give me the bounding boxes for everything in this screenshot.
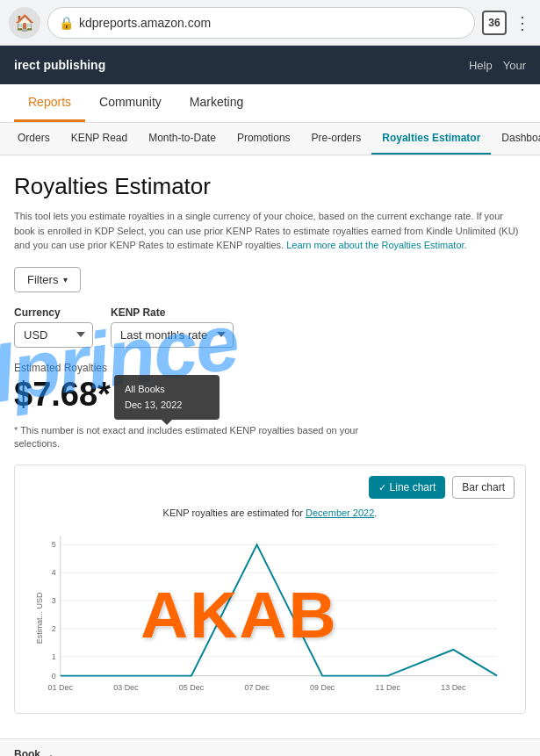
- learn-more-link[interactable]: Learn more about the Royalties Estimator…: [286, 240, 466, 250]
- svg-text:09 Dec: 09 Dec: [310, 683, 335, 692]
- svg-text:5: 5: [52, 541, 56, 550]
- browser-menu-button[interactable]: ⋮: [514, 12, 531, 33]
- book-title-column-header[interactable]: Book Title ⌃: [14, 748, 56, 756]
- chevron-down-icon: ▾: [63, 275, 68, 284]
- selectors-row: Currency USD EUR GBP KENP Rate Last mont…: [14, 306, 526, 348]
- browser-bar: 🏠 🔒 kdpreports.amazon.com 36 ⋮: [0, 0, 540, 46]
- tooltip-popup: All Books Dec 13, 2022: [114, 375, 220, 420]
- currency-select[interactable]: USD EUR GBP: [14, 322, 93, 348]
- currency-label: Currency: [14, 306, 93, 319]
- subtab-kenp-read[interactable]: KENP Read: [61, 123, 138, 155]
- book-title-label: Book Title: [14, 748, 40, 756]
- filters-label: Filters: [27, 273, 58, 286]
- table-footer: Book Title ⌃ Total royalties - USD: [0, 738, 540, 756]
- subtab-royalties-estimator[interactable]: Royalties Estimator: [371, 123, 491, 155]
- svg-text:Estimat... USD: Estimat... USD: [35, 592, 44, 644]
- home-button[interactable]: 🏠: [9, 7, 40, 39]
- tooltip-date: Dec 13, 2022: [125, 398, 209, 414]
- lock-icon: 🔒: [59, 16, 74, 30]
- svg-text:3: 3: [52, 596, 56, 605]
- estimated-royalties-section: Estimated Royalties $7.68*: [14, 362, 526, 414]
- subtab-month-to-date[interactable]: Month-to-Date: [138, 123, 227, 155]
- kenp-rate-select[interactable]: Last month's rate Current rate: [111, 322, 234, 348]
- url-bar[interactable]: 🔒 kdpreports.amazon.com: [47, 7, 475, 39]
- your-account-link[interactable]: Your: [503, 59, 526, 72]
- svg-text:4: 4: [52, 569, 56, 578]
- page-description: This tool lets you estimate royalties in…: [14, 209, 523, 253]
- kenp-rate-selector-group: KENP Rate Last month's rate Current rate: [111, 306, 234, 348]
- tab-marketing[interactable]: Marketing: [176, 84, 257, 122]
- kenp-month-link[interactable]: December 2022: [306, 508, 374, 518]
- chart-section: ✓ Line chart Bar chart KENP royalties ar…: [14, 464, 526, 714]
- tab-community[interactable]: Community: [85, 84, 176, 122]
- filters-button[interactable]: Filters ▾: [14, 267, 81, 292]
- subtab-pre-orders[interactable]: Pre-orders: [301, 123, 372, 155]
- bar-chart-button[interactable]: Bar chart: [452, 476, 515, 499]
- estimated-value: $7.68*: [14, 376, 526, 414]
- kenp-estimate-note: KENP royalties are estimated for Decembe…: [25, 508, 515, 518]
- url-text: kdpreports.amazon.com: [79, 16, 464, 30]
- svg-text:07 Dec: 07 Dec: [244, 683, 270, 692]
- bar-chart-label: Bar chart: [462, 481, 505, 493]
- kdp-topnav: irect publishing Help Your: [0, 46, 540, 84]
- chart-container: Estimat... USD 5 4 3 2 1 0: [25, 527, 515, 702]
- sub-tabs: Orders KENP Read Month-to-Date Promotion…: [0, 123, 540, 155]
- kdp-nav-right: Help Your: [469, 59, 526, 72]
- subtab-dashboard[interactable]: Dashboard: [491, 123, 540, 155]
- chart-toggle-row: ✓ Line chart Bar chart: [25, 476, 515, 499]
- tab-reports[interactable]: Reports: [14, 84, 85, 122]
- svg-text:1: 1: [52, 652, 56, 661]
- tooltip-title: All Books: [125, 382, 209, 398]
- estimated-label: Estimated Royalties: [14, 362, 526, 374]
- line-chart-label: Line chart: [390, 481, 436, 493]
- help-link[interactable]: Help: [469, 59, 493, 72]
- subtab-orders[interactable]: Orders: [7, 123, 61, 155]
- check-icon: ✓: [378, 482, 386, 493]
- svg-text:01 Dec: 01 Dec: [48, 683, 74, 692]
- kenp-rate-label: KENP Rate: [111, 306, 234, 319]
- svg-text:03 Dec: 03 Dec: [113, 683, 139, 692]
- svg-text:11 Dec: 11 Dec: [376, 683, 401, 692]
- kdp-brand-text: irect publishing: [14, 58, 105, 72]
- home-icon: 🏠: [15, 13, 34, 32]
- svg-text:05 Dec: 05 Dec: [179, 683, 205, 692]
- svg-text:13 Dec: 13 Dec: [441, 683, 466, 692]
- page-content: lprince AKAB Royalties Estimator This to…: [0, 155, 540, 731]
- currency-selector-group: Currency USD EUR GBP: [14, 306, 93, 348]
- line-chart-svg: Estimat... USD 5 4 3 2 1 0: [25, 527, 515, 702]
- tab-count-badge[interactable]: 36: [482, 11, 507, 35]
- page-title: Royalties Estimator: [14, 173, 526, 200]
- main-tabs: Reports Community Marketing: [0, 84, 540, 123]
- subtab-promotions[interactable]: Promotions: [227, 123, 301, 155]
- line-chart-button[interactable]: ✓ Line chart: [369, 476, 446, 499]
- svg-text:2: 2: [52, 624, 56, 633]
- estimate-note: * This number is not exact and includes …: [14, 424, 365, 451]
- svg-text:0: 0: [52, 672, 56, 680]
